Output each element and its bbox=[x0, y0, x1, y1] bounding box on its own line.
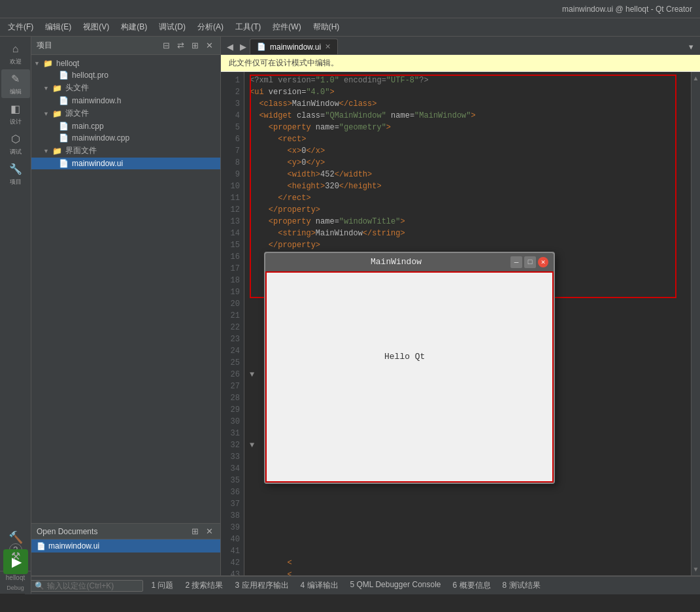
sidebar-label-debug: 调试 bbox=[10, 148, 22, 156]
menu-widgets[interactable]: 控件(W) bbox=[267, 20, 306, 35]
open-docs-split-icon[interactable]: ⊞ bbox=[189, 526, 201, 537]
tree-label-sources: 源文件 bbox=[65, 108, 89, 119]
code-line-42: < bbox=[250, 557, 686, 569]
tree-item-maincpp[interactable]: 📄 main.cpp bbox=[31, 120, 220, 132]
sidebar-item-welcome[interactable]: ⌂ 欢迎 bbox=[1, 39, 30, 68]
tree-arrow-sources: ▼ bbox=[43, 110, 52, 117]
tree-item-helloqtpro[interactable]: 📄 helloqt.pro bbox=[31, 69, 220, 81]
sidebar-label-design: 设计 bbox=[10, 118, 22, 126]
panel-close-icon[interactable]: ✕ bbox=[203, 40, 215, 52]
menu-debug[interactable]: 调试(D) bbox=[154, 20, 191, 35]
code-line-37 bbox=[250, 498, 686, 510]
doc-file-icon: 📄 bbox=[37, 542, 46, 551]
sidebar-label-project: 项目 bbox=[10, 178, 22, 186]
preview-minimize-btn[interactable]: — bbox=[510, 256, 522, 268]
menu-help[interactable]: 帮助(H) bbox=[308, 20, 345, 35]
tab-nav-next[interactable]: ▶ bbox=[237, 40, 250, 53]
tab-mainwindowui[interactable]: 📄 mainwindow.ui ✕ bbox=[250, 39, 338, 54]
tab-bar: ◀ ▶ 📄 mainwindow.ui ✕ ▾ bbox=[221, 37, 700, 55]
status-item-4[interactable]: 4 编译输出 bbox=[295, 580, 344, 591]
menu-bar: 文件(F) 编辑(E) 视图(V) 构建(B) 调试(D) 分析(A) 工具(T… bbox=[0, 18, 700, 37]
search-icon: 🔍 bbox=[35, 581, 44, 590]
sidebar-item-edit[interactable]: ✎ 编辑 bbox=[1, 69, 30, 98]
bottom-bar: helloqt 🔍 1 问题 2 搜索结果 3 应用程序输出 4 编译输出 5 … bbox=[0, 575, 700, 594]
status-item-1[interactable]: 1 问题 bbox=[146, 580, 178, 591]
tree-item-mainwindowh[interactable]: 📄 mainwindow.h bbox=[31, 95, 220, 107]
preview-title: MainWindow bbox=[284, 256, 508, 268]
tree-label-maincpp: main.cpp bbox=[72, 122, 104, 131]
folder-icon-sources: 📁 bbox=[52, 109, 63, 118]
panel-filter-icon[interactable]: ⊟ bbox=[160, 40, 172, 52]
open-docs-close-icon[interactable]: ✕ bbox=[203, 526, 215, 537]
editor-area[interactable]: 12345 678910 1112131415 1617181920 21222… bbox=[221, 72, 700, 575]
menu-file[interactable]: 文件(F) bbox=[3, 20, 39, 35]
line-numbers: 12345 678910 1112131415 1617181920 21222… bbox=[221, 72, 244, 575]
tab-dropdown-icon[interactable]: ▾ bbox=[684, 40, 697, 53]
preview-maximize-btn[interactable]: □ bbox=[524, 256, 536, 268]
tree-item-sources[interactable]: ▼ 📁 源文件 bbox=[31, 107, 220, 120]
debug-run-button[interactable]: ⚒ bbox=[3, 547, 28, 565]
scroll-down-icon[interactable]: ▼ bbox=[693, 566, 699, 573]
tree-label-helloqt: helloqt bbox=[56, 59, 79, 68]
project-panel: 项目 ⊟ ⇄ ⊞ ✕ ▼ 📁 helloqt 📄 helloqt.pro ▼ 📁 bbox=[31, 37, 221, 575]
panel-split-icon[interactable]: ⊞ bbox=[189, 40, 201, 52]
content-area: ◀ ▶ 📄 mainwindow.ui ✕ ▾ 此文件仅可在设计模式中编辑。 1… bbox=[221, 37, 700, 575]
status-item-7[interactable]: 8 测试结果 bbox=[497, 580, 546, 591]
tree-item-mainwindowui[interactable]: 📄 mainwindow.ui bbox=[31, 158, 220, 169]
code-line-1: <?xml version="1.0" encoding="UTF-8"?> bbox=[250, 75, 686, 86]
doc-item-mainwindowui[interactable]: 📄 mainwindow.ui bbox=[31, 539, 220, 552]
code-line-11: </rect> bbox=[250, 192, 686, 204]
status-item-3[interactable]: 3 应用程序输出 bbox=[230, 580, 294, 591]
code-line-36 bbox=[250, 486, 686, 498]
sidebar-item-design[interactable]: ◧ 设计 bbox=[1, 99, 30, 128]
tab-close-icon[interactable]: ✕ bbox=[325, 42, 331, 51]
edit-icon: ✎ bbox=[8, 72, 23, 86]
sidebar-label-edit: 编辑 bbox=[10, 88, 22, 96]
menu-edit[interactable]: 编辑(E) bbox=[40, 20, 76, 35]
open-docs-panel: Open Documents ⊞ ✕ 📄 mainwindow.ui bbox=[31, 523, 220, 575]
editor-scroll-indicator[interactable]: ▲ ▼ bbox=[691, 72, 700, 575]
open-docs-title: Open Documents bbox=[37, 527, 186, 536]
tab-nav-prev[interactable]: ◀ bbox=[224, 40, 237, 53]
project-icon: 🔧 bbox=[8, 162, 23, 177]
menu-view[interactable]: 视图(V) bbox=[78, 20, 114, 35]
folder-icon-headers: 📁 bbox=[52, 84, 63, 93]
menu-analyze[interactable]: 分析(A) bbox=[192, 20, 229, 35]
code-line-3: <class>MainWindow</class> bbox=[250, 98, 686, 110]
tree-label-mainwindowcpp: mainwindow.cpp bbox=[72, 133, 129, 143]
panel-link-icon[interactable]: ⇄ bbox=[175, 40, 186, 52]
tree-item-helloqt[interactable]: ▼ 📁 helloqt bbox=[31, 58, 220, 69]
sidebar-item-debug[interactable]: ⬡ 调试 bbox=[1, 129, 30, 158]
tree-arrow: ▼ bbox=[34, 60, 43, 67]
icon-sidebar: ⌂ 欢迎 ✎ 编辑 ◧ 设计 ⬡ 调试 🔧 项目 ? 帮助 bbox=[0, 37, 31, 575]
preview-close-btn[interactable]: ✕ bbox=[538, 257, 548, 267]
scroll-up-icon[interactable]: ▲ bbox=[693, 75, 699, 82]
tree-item-headers[interactable]: ▼ 📁 头文件 bbox=[31, 81, 220, 95]
code-editor[interactable]: <?xml version="1.0" encoding="UTF-8"?> <… bbox=[244, 72, 691, 575]
status-item-5[interactable]: 5 QML Debugger Console bbox=[345, 580, 446, 591]
code-line-41 bbox=[250, 545, 686, 557]
tree-label-mainwindowh: mainwindow.h bbox=[72, 96, 121, 105]
title-bar: mainwindow.ui @ helloqt - Qt Creator bbox=[0, 0, 700, 18]
folder-icon: 📁 bbox=[43, 59, 54, 68]
code-line-39 bbox=[250, 522, 686, 534]
code-line-43: < bbox=[250, 569, 686, 575]
preview-titlebar: MainWindow — □ ✕ bbox=[265, 253, 554, 271]
doc-label: mainwindow.ui bbox=[48, 541, 99, 551]
status-item-6[interactable]: 6 概要信息 bbox=[448, 580, 496, 591]
status-search-box[interactable]: 🔍 bbox=[30, 580, 143, 592]
tree-label-forms: 界面文件 bbox=[65, 145, 97, 156]
header-file-icon: 📄 bbox=[59, 96, 69, 105]
tree-item-forms[interactable]: ▼ 📁 界面文件 bbox=[31, 144, 220, 158]
search-input[interactable] bbox=[47, 581, 139, 590]
menu-tools[interactable]: 工具(T) bbox=[230, 20, 266, 35]
tree-item-mainwindowcpp[interactable]: 📄 mainwindow.cpp bbox=[31, 132, 220, 144]
preview-window: MainWindow — □ ✕ Hello Qt bbox=[264, 252, 555, 484]
sidebar-item-project[interactable]: 🔧 项目 bbox=[1, 160, 30, 188]
code-line-9: <width>452</width> bbox=[250, 169, 686, 180]
status-item-2[interactable]: 2 搜索结果 bbox=[180, 580, 228, 591]
build-button[interactable]: 🔨 bbox=[3, 528, 28, 547]
menu-build[interactable]: 构建(B) bbox=[116, 20, 152, 35]
code-line-5: <property name="geometry"> bbox=[250, 122, 686, 133]
info-text: 此文件仅可在设计模式中编辑。 bbox=[229, 58, 339, 67]
